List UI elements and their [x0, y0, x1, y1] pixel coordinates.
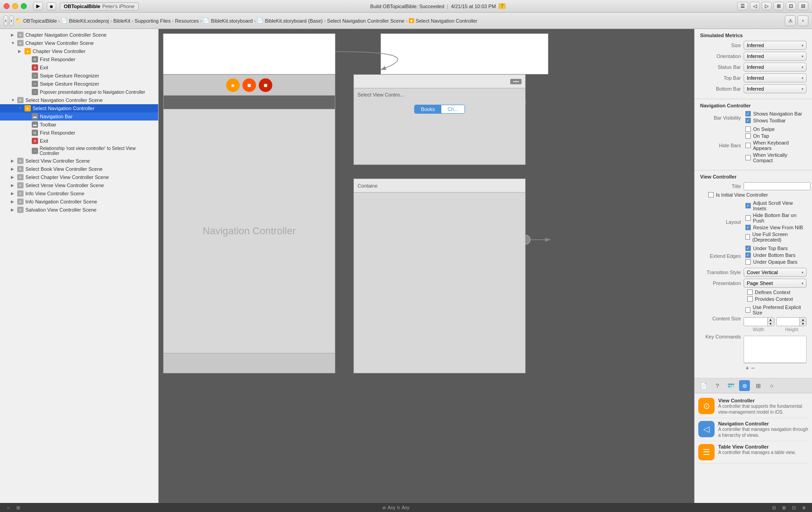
- remove-key-command-button[interactable]: −: [751, 364, 754, 372]
- view-panels-right[interactable]: ⊟: [798, 2, 808, 10]
- nav-item-select-verse-scene[interactable]: ▶ ≡ Select Verse View Controller Scene: [0, 181, 158, 189]
- shows-nav-bar-checkbox[interactable]: ✓: [745, 111, 751, 116]
- segmented-control[interactable]: Books Ch...: [354, 101, 525, 117]
- height-stepper[interactable]: ▲ ▼: [799, 318, 806, 326]
- nav-next-button[interactable]: ›: [10, 15, 14, 26]
- play-button[interactable]: ▶: [33, 2, 43, 10]
- nav-prev-button[interactable]: ‹: [4, 15, 8, 26]
- width-field[interactable]: 600 ▲ ▼: [744, 317, 774, 326]
- layout-icon-3[interactable]: ⊡: [790, 504, 798, 511]
- container-box[interactable]: Containe: [353, 179, 526, 373]
- resize-nib-checkbox[interactable]: ✓: [745, 225, 751, 230]
- view-panels[interactable]: ⊡: [786, 2, 796, 10]
- nav-item-select-chapter-scene[interactable]: ▶ ≡ Select Chapter View Controller Scene: [0, 173, 158, 181]
- presentation-dropdown[interactable]: Page Sheet ▾: [744, 279, 807, 288]
- maximize-button[interactable]: [21, 3, 27, 9]
- height-input[interactable]: 600: [777, 318, 800, 325]
- top-bar-dropdown[interactable]: Inferred ▾: [744, 73, 807, 82]
- under-opaque-checkbox[interactable]: [745, 259, 751, 265]
- close-button[interactable]: [4, 3, 10, 9]
- nav-item-select-nav-scene[interactable]: ▼ ≡ Select Navigation Controller Scene: [0, 96, 158, 104]
- nav-item-chapter-vc[interactable]: ▶ ● Chapter View Controller: [0, 47, 158, 55]
- stop-button[interactable]: ■: [47, 2, 56, 10]
- breadcrumb-item-9[interactable]: ● Select Navigation Controller: [409, 18, 477, 24]
- connections-tab[interactable]: ○: [766, 380, 777, 391]
- lib-item-tvc[interactable]: ☰ Table View Controller A controller tha…: [698, 441, 808, 464]
- storyboard-canvas[interactable]: ● ■ ■ Navigation Controller: [159, 29, 694, 503]
- grid-icon[interactable]: ⊞: [14, 504, 22, 511]
- warning-badge[interactable]: 7: [498, 3, 506, 9]
- when-keyboard-checkbox[interactable]: [745, 143, 751, 148]
- shows-toolbar-checkbox[interactable]: ✓: [745, 118, 751, 123]
- books-tab[interactable]: Books: [415, 105, 441, 113]
- select-vc-box[interactable]: ▪▪▪▪ Select View Contro... Books Ch...: [353, 74, 526, 165]
- file-tab[interactable]: 📄: [698, 380, 709, 391]
- view-toggle-list[interactable]: ☰: [737, 2, 748, 10]
- adjust-scroll-checkbox[interactable]: ✓: [745, 203, 751, 208]
- nav-item-first-responder-2[interactable]: R First Responder: [0, 129, 158, 137]
- is-initial-checkbox[interactable]: [708, 192, 714, 198]
- orientation-dropdown[interactable]: Inferred ▾: [744, 52, 807, 61]
- use-preferred-checkbox[interactable]: [745, 307, 750, 313]
- layout-icon-1[interactable]: ⊟: [770, 504, 778, 511]
- when-vertically-compact-checkbox[interactable]: [745, 155, 751, 160]
- identity-tab[interactable]: 🪪: [725, 380, 736, 391]
- nav-item-relationship-segue[interactable]: → Relationship 'root view controller' to…: [0, 145, 158, 157]
- nav-item-info-nav-scene[interactable]: ▶ ≡ Info Navigation Controller Scene: [0, 198, 158, 206]
- nav-item-exit-1[interactable]: ✕ Exit: [0, 63, 158, 72]
- view-toggle-grid[interactable]: ⊞: [773, 2, 784, 10]
- nav-item-select-book-scene[interactable]: ▶ ≡ Select Book View Controller Scene: [0, 165, 158, 173]
- use-full-screen-checkbox[interactable]: [745, 234, 750, 240]
- height-stepper-up[interactable]: ▲: [800, 318, 806, 322]
- width-stepper-down[interactable]: ▼: [768, 322, 774, 326]
- next-issue-button[interactable]: ›: [798, 15, 808, 26]
- status-bar-dropdown[interactable]: Inferred ▾: [744, 63, 807, 72]
- provides-context-checkbox[interactable]: [747, 296, 753, 302]
- height-stepper-down[interactable]: ▼: [800, 322, 806, 326]
- lib-item-vc[interactable]: ⊙ View Controller A controller that supp…: [698, 395, 808, 418]
- zoom-icon[interactable]: ⊕: [800, 504, 807, 511]
- circle-icon[interactable]: ○: [5, 504, 12, 511]
- quick-help-tab[interactable]: ?: [712, 380, 723, 391]
- canvas-inner[interactable]: ● ■ ■ Navigation Controller: [159, 29, 694, 503]
- nav-item-select-nav-controller[interactable]: ▼ ● Select Navigation Controller: [0, 104, 158, 112]
- vc-title-input[interactable]: [744, 182, 811, 190]
- nav-item-chapter-vc-scene[interactable]: ▼ ≡ Chapter View Controller Scene: [0, 39, 158, 47]
- minimize-button[interactable]: [12, 3, 18, 9]
- width-input[interactable]: 600: [744, 318, 767, 325]
- width-stepper[interactable]: ▲ ▼: [767, 318, 774, 326]
- breadcrumb-item-2[interactable]: 📄 BibleKit.xcodeproj: [61, 18, 109, 24]
- nav-item-first-responder-1[interactable]: R First Responder: [0, 55, 158, 63]
- nav-item-toolbar[interactable]: ▬ Toolbar: [0, 121, 158, 129]
- defines-context-checkbox[interactable]: [747, 290, 753, 295]
- breadcrumb-item-6[interactable]: 📄 BibleKit.storyboard: [203, 18, 252, 24]
- nav-item-select-vc-scene[interactable]: ▶ ≡ Select View Controller Scene: [0, 157, 158, 165]
- nav-item-nav-bar[interactable]: ▬ Navigation Bar: [0, 112, 158, 121]
- nav-item-swipe-2[interactable]: ↔ Swipe Gesture Recognizer: [0, 80, 158, 88]
- bottom-bar-dropdown[interactable]: Inferred ▾: [744, 84, 807, 93]
- on-tap-checkbox[interactable]: [745, 133, 751, 139]
- hide-bottom-checkbox[interactable]: [745, 215, 751, 221]
- add-key-command-button[interactable]: +: [745, 364, 749, 372]
- attributes-tab[interactable]: ⊛: [739, 380, 750, 391]
- nav-item-chapter-nav-scene[interactable]: ▶ ≡ Chapter Navigation Controller Scene: [0, 31, 158, 39]
- breadcrumb-item-5[interactable]: Resources: [175, 18, 199, 24]
- under-bottom-checkbox[interactable]: ✓: [745, 252, 751, 258]
- height-field[interactable]: 600 ▲ ▼: [776, 317, 807, 326]
- under-top-checkbox[interactable]: ✓: [745, 246, 751, 251]
- nav-item-swipe-1[interactable]: ↔ Swipe Gesture Recognizer: [0, 72, 158, 80]
- breadcrumb-item-7[interactable]: 📄 BibleKit.storyboard (Base): [257, 18, 323, 24]
- nav-item-info-vc-scene[interactable]: ▶ ≡ Info View Controller Scene: [0, 189, 158, 198]
- nav-item-exit-2[interactable]: ✕ Exit: [0, 137, 158, 145]
- breadcrumb-item-8[interactable]: Select Navigation Controller Scene: [327, 18, 405, 24]
- breadcrumb-item-3[interactable]: BibleKit: [113, 18, 130, 24]
- width-stepper-up[interactable]: ▲: [768, 318, 774, 322]
- view-toggle-fwd[interactable]: ▷: [762, 2, 772, 10]
- view-toggle-back[interactable]: ◁: [750, 2, 760, 10]
- transition-style-dropdown[interactable]: Cover Vertical ▾: [744, 268, 807, 277]
- size-tab[interactable]: ⊞: [753, 380, 764, 391]
- issues-button[interactable]: ⚠: [785, 15, 796, 26]
- layout-icon-2[interactable]: ⊠: [780, 504, 788, 511]
- lib-item-nc[interactable]: ◁ Navigation Controller A controller tha…: [698, 418, 808, 441]
- on-swipe-checkbox[interactable]: [745, 126, 751, 132]
